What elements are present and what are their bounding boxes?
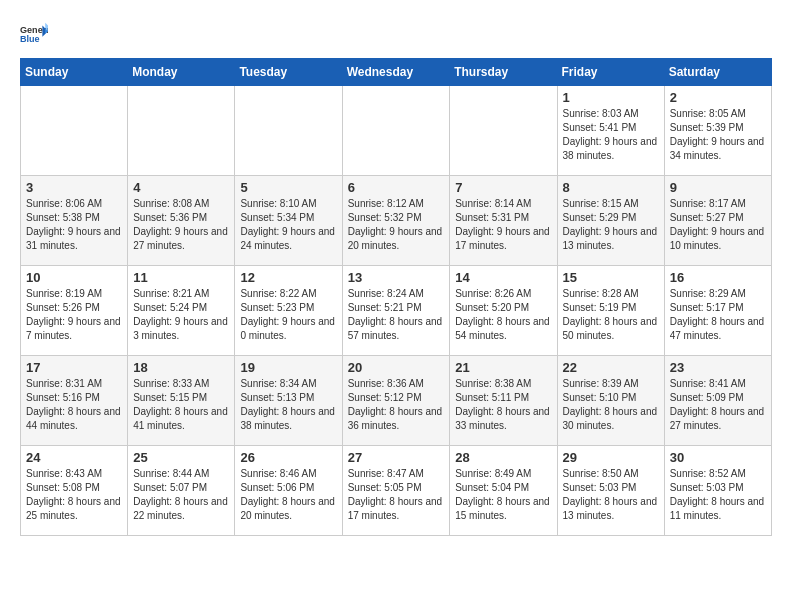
- day-info: Sunrise: 8:52 AM Sunset: 5:03 PM Dayligh…: [670, 467, 766, 523]
- header-wednesday: Wednesday: [342, 59, 450, 86]
- table-cell: 2Sunrise: 8:05 AM Sunset: 5:39 PM Daylig…: [664, 86, 771, 176]
- table-cell: 26Sunrise: 8:46 AM Sunset: 5:06 PM Dayli…: [235, 446, 342, 536]
- table-cell: 13Sunrise: 8:24 AM Sunset: 5:21 PM Dayli…: [342, 266, 450, 356]
- day-number: 26: [240, 450, 336, 465]
- logo-icon: General Blue: [20, 20, 48, 48]
- table-cell: 29Sunrise: 8:50 AM Sunset: 5:03 PM Dayli…: [557, 446, 664, 536]
- day-info: Sunrise: 8:34 AM Sunset: 5:13 PM Dayligh…: [240, 377, 336, 433]
- day-info: Sunrise: 8:50 AM Sunset: 5:03 PM Dayligh…: [563, 467, 659, 523]
- table-cell: [450, 86, 557, 176]
- day-info: Sunrise: 8:31 AM Sunset: 5:16 PM Dayligh…: [26, 377, 122, 433]
- day-number: 14: [455, 270, 551, 285]
- calendar-header-row: SundayMondayTuesdayWednesdayThursdayFrid…: [21, 59, 772, 86]
- day-number: 16: [670, 270, 766, 285]
- table-cell: 23Sunrise: 8:41 AM Sunset: 5:09 PM Dayli…: [664, 356, 771, 446]
- page-header: General Blue: [20, 20, 772, 48]
- day-number: 10: [26, 270, 122, 285]
- day-number: 5: [240, 180, 336, 195]
- day-info: Sunrise: 8:28 AM Sunset: 5:19 PM Dayligh…: [563, 287, 659, 343]
- header-monday: Monday: [128, 59, 235, 86]
- week-row-4: 17Sunrise: 8:31 AM Sunset: 5:16 PM Dayli…: [21, 356, 772, 446]
- day-number: 9: [670, 180, 766, 195]
- day-info: Sunrise: 8:22 AM Sunset: 5:23 PM Dayligh…: [240, 287, 336, 343]
- day-number: 1: [563, 90, 659, 105]
- day-info: Sunrise: 8:43 AM Sunset: 5:08 PM Dayligh…: [26, 467, 122, 523]
- table-cell: 4Sunrise: 8:08 AM Sunset: 5:36 PM Daylig…: [128, 176, 235, 266]
- day-info: Sunrise: 8:05 AM Sunset: 5:39 PM Dayligh…: [670, 107, 766, 163]
- table-cell: 19Sunrise: 8:34 AM Sunset: 5:13 PM Dayli…: [235, 356, 342, 446]
- table-cell: 21Sunrise: 8:38 AM Sunset: 5:11 PM Dayli…: [450, 356, 557, 446]
- header-tuesday: Tuesday: [235, 59, 342, 86]
- table-cell: 28Sunrise: 8:49 AM Sunset: 5:04 PM Dayli…: [450, 446, 557, 536]
- day-info: Sunrise: 8:26 AM Sunset: 5:20 PM Dayligh…: [455, 287, 551, 343]
- day-info: Sunrise: 8:24 AM Sunset: 5:21 PM Dayligh…: [348, 287, 445, 343]
- day-info: Sunrise: 8:17 AM Sunset: 5:27 PM Dayligh…: [670, 197, 766, 253]
- day-info: Sunrise: 8:49 AM Sunset: 5:04 PM Dayligh…: [455, 467, 551, 523]
- day-number: 28: [455, 450, 551, 465]
- day-number: 6: [348, 180, 445, 195]
- table-cell: 9Sunrise: 8:17 AM Sunset: 5:27 PM Daylig…: [664, 176, 771, 266]
- day-info: Sunrise: 8:21 AM Sunset: 5:24 PM Dayligh…: [133, 287, 229, 343]
- day-number: 15: [563, 270, 659, 285]
- day-info: Sunrise: 8:12 AM Sunset: 5:32 PM Dayligh…: [348, 197, 445, 253]
- table-cell: 30Sunrise: 8:52 AM Sunset: 5:03 PM Dayli…: [664, 446, 771, 536]
- svg-text:Blue: Blue: [20, 34, 40, 44]
- week-row-1: 1Sunrise: 8:03 AM Sunset: 5:41 PM Daylig…: [21, 86, 772, 176]
- day-number: 18: [133, 360, 229, 375]
- table-cell: [342, 86, 450, 176]
- day-number: 8: [563, 180, 659, 195]
- table-cell: 18Sunrise: 8:33 AM Sunset: 5:15 PM Dayli…: [128, 356, 235, 446]
- day-info: Sunrise: 8:36 AM Sunset: 5:12 PM Dayligh…: [348, 377, 445, 433]
- table-cell: 24Sunrise: 8:43 AM Sunset: 5:08 PM Dayli…: [21, 446, 128, 536]
- day-number: 27: [348, 450, 445, 465]
- table-cell: 8Sunrise: 8:15 AM Sunset: 5:29 PM Daylig…: [557, 176, 664, 266]
- week-row-5: 24Sunrise: 8:43 AM Sunset: 5:08 PM Dayli…: [21, 446, 772, 536]
- day-number: 29: [563, 450, 659, 465]
- day-info: Sunrise: 8:47 AM Sunset: 5:05 PM Dayligh…: [348, 467, 445, 523]
- day-info: Sunrise: 8:44 AM Sunset: 5:07 PM Dayligh…: [133, 467, 229, 523]
- day-number: 3: [26, 180, 122, 195]
- header-sunday: Sunday: [21, 59, 128, 86]
- day-info: Sunrise: 8:41 AM Sunset: 5:09 PM Dayligh…: [670, 377, 766, 433]
- table-cell: 1Sunrise: 8:03 AM Sunset: 5:41 PM Daylig…: [557, 86, 664, 176]
- header-saturday: Saturday: [664, 59, 771, 86]
- table-cell: 11Sunrise: 8:21 AM Sunset: 5:24 PM Dayli…: [128, 266, 235, 356]
- logo: General Blue: [20, 20, 48, 48]
- day-number: 24: [26, 450, 122, 465]
- day-info: Sunrise: 8:19 AM Sunset: 5:26 PM Dayligh…: [26, 287, 122, 343]
- table-cell: [235, 86, 342, 176]
- table-cell: 14Sunrise: 8:26 AM Sunset: 5:20 PM Dayli…: [450, 266, 557, 356]
- table-cell: 12Sunrise: 8:22 AM Sunset: 5:23 PM Dayli…: [235, 266, 342, 356]
- day-info: Sunrise: 8:39 AM Sunset: 5:10 PM Dayligh…: [563, 377, 659, 433]
- table-cell: 5Sunrise: 8:10 AM Sunset: 5:34 PM Daylig…: [235, 176, 342, 266]
- table-cell: 17Sunrise: 8:31 AM Sunset: 5:16 PM Dayli…: [21, 356, 128, 446]
- day-info: Sunrise: 8:08 AM Sunset: 5:36 PM Dayligh…: [133, 197, 229, 253]
- day-info: Sunrise: 8:46 AM Sunset: 5:06 PM Dayligh…: [240, 467, 336, 523]
- day-number: 25: [133, 450, 229, 465]
- table-cell: 27Sunrise: 8:47 AM Sunset: 5:05 PM Dayli…: [342, 446, 450, 536]
- week-row-3: 10Sunrise: 8:19 AM Sunset: 5:26 PM Dayli…: [21, 266, 772, 356]
- day-number: 17: [26, 360, 122, 375]
- day-info: Sunrise: 8:03 AM Sunset: 5:41 PM Dayligh…: [563, 107, 659, 163]
- day-info: Sunrise: 8:38 AM Sunset: 5:11 PM Dayligh…: [455, 377, 551, 433]
- calendar-table: SundayMondayTuesdayWednesdayThursdayFrid…: [20, 58, 772, 536]
- day-info: Sunrise: 8:33 AM Sunset: 5:15 PM Dayligh…: [133, 377, 229, 433]
- table-cell: 10Sunrise: 8:19 AM Sunset: 5:26 PM Dayli…: [21, 266, 128, 356]
- table-cell: [21, 86, 128, 176]
- table-cell: 20Sunrise: 8:36 AM Sunset: 5:12 PM Dayli…: [342, 356, 450, 446]
- header-friday: Friday: [557, 59, 664, 86]
- day-number: 23: [670, 360, 766, 375]
- day-number: 2: [670, 90, 766, 105]
- day-number: 11: [133, 270, 229, 285]
- day-info: Sunrise: 8:06 AM Sunset: 5:38 PM Dayligh…: [26, 197, 122, 253]
- table-cell: [128, 86, 235, 176]
- day-number: 7: [455, 180, 551, 195]
- table-cell: 6Sunrise: 8:12 AM Sunset: 5:32 PM Daylig…: [342, 176, 450, 266]
- day-info: Sunrise: 8:10 AM Sunset: 5:34 PM Dayligh…: [240, 197, 336, 253]
- day-info: Sunrise: 8:14 AM Sunset: 5:31 PM Dayligh…: [455, 197, 551, 253]
- day-number: 21: [455, 360, 551, 375]
- day-number: 22: [563, 360, 659, 375]
- table-cell: 25Sunrise: 8:44 AM Sunset: 5:07 PM Dayli…: [128, 446, 235, 536]
- table-cell: 15Sunrise: 8:28 AM Sunset: 5:19 PM Dayli…: [557, 266, 664, 356]
- day-number: 13: [348, 270, 445, 285]
